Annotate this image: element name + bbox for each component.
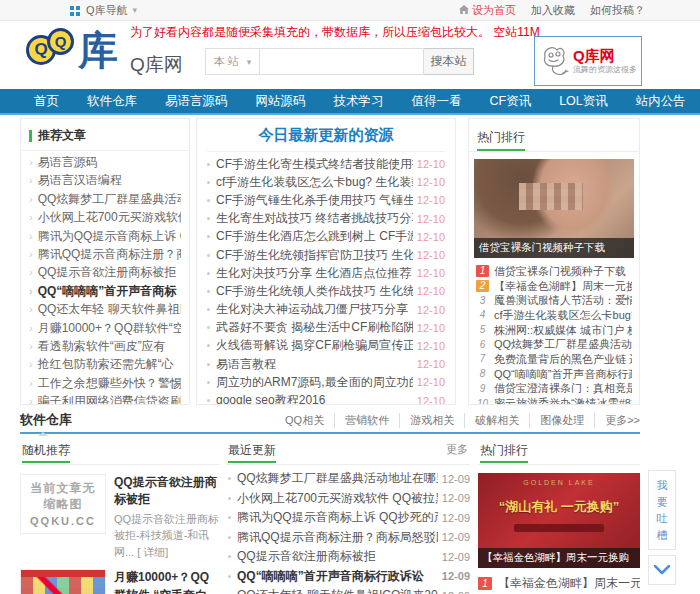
resource-link[interactable]: 生化寄生对战技巧 终结者挑战技巧分享 12-10 bbox=[207, 210, 445, 228]
arrow-bullet-icon: › bbox=[29, 171, 33, 189]
software-tab[interactable]: QQ相关 bbox=[275, 413, 335, 428]
article-link[interactable]: › 腾讯为QQ提示音商标上诉 QQ bbox=[29, 227, 181, 245]
article-link[interactable]: › 骗子利用网络消费信贷盗刷 bbox=[29, 392, 181, 405]
resource-link[interactable]: CF手游生化统领人类作战技巧 生化统领通关 12-10 bbox=[207, 282, 445, 300]
promo-banner[interactable]: Q库网 流舞的资源这很多 bbox=[534, 36, 642, 86]
software-tab[interactable]: 更多>> bbox=[595, 413, 640, 428]
article-link[interactable]: QQ提示音欲注册商标被拒 12-09 bbox=[228, 547, 470, 567]
rank-item-link[interactable]: 9 借贷宝澄清裸条门：真相竟是这样 bbox=[476, 382, 632, 397]
article-link[interactable]: QQ“嘀嘀嘀”首开声音商标行政诉讼 12-09 bbox=[228, 567, 470, 587]
hot-rank-title: 热门排行 bbox=[477, 130, 525, 151]
article-link[interactable]: › 易语言源码 bbox=[29, 153, 181, 171]
article-link[interactable]: › 抢红包防勒索还需先解“心 bbox=[29, 355, 181, 373]
article-link[interactable]: 小伙网上花700元买游戏软件 QQ被拉黑后才意识到 12-09 bbox=[228, 489, 470, 509]
article-link[interactable]: › 月赚10000+？QQ群软件“空 bbox=[29, 319, 181, 337]
resource-link[interactable]: 生化对决技巧分享 生化酒店点位推荐 12-10 bbox=[207, 264, 445, 282]
nav-item[interactable]: 站内公告 bbox=[622, 89, 700, 113]
set-home-link[interactable]: 设为首页 bbox=[459, 3, 516, 18]
rank-item-link[interactable]: 8 QQ“嘀嘀嘀”首开声音商标行政诉 bbox=[476, 367, 632, 382]
dot-bullet-icon bbox=[207, 272, 210, 275]
card-description: QQ提示音欲注册商标被拒-科技频道-和讯网... [ 详细] bbox=[114, 511, 220, 561]
article-link[interactable]: › 工作之余想赚些外快？警惕 bbox=[29, 374, 181, 392]
date-label: 12-10 bbox=[417, 376, 445, 388]
resource-link[interactable]: CF手游生化寄生模式终结者技能使用技巧 生 12-10 bbox=[207, 155, 445, 173]
today-title[interactable]: 今日最新更新的资源 bbox=[207, 119, 445, 152]
search-scope-select[interactable]: 本 站 ▾ bbox=[205, 48, 259, 75]
article-link[interactable]: 腾讯QQ提示音商标注册？商标局怒驳回 12-09 bbox=[228, 528, 470, 548]
resource-link[interactable]: 周立功的ARM7源码,最全面的周立功的ARM7源 12-10 bbox=[207, 373, 445, 391]
article-link[interactable]: › QQ还太年轻 聊天软件鼻祖IC bbox=[29, 300, 181, 318]
site-nav-label: Q库导航 bbox=[86, 3, 128, 18]
rank-item-link[interactable]: 2 【幸福金色湖畔】周末一元换购活 bbox=[476, 279, 632, 294]
article-link[interactable]: QQ还太年轻 聊天软件鼻祖ICQ迎来20岁生日 12-09 bbox=[228, 586, 470, 594]
article-card[interactable]: 当前文章无缩略图 QQKU.CC QQ提示音欲注册商标被拒 QQ提示音欲注册商标… bbox=[20, 474, 220, 560]
article-link[interactable]: QQ炫舞梦工厂群星盛典活动地址在哪里 QQ炫舞梦工 12-09 bbox=[228, 469, 470, 489]
software-tab[interactable]: 营销软件 bbox=[335, 413, 400, 428]
date-label: 12-10 bbox=[417, 267, 445, 279]
date-label: 12-09 bbox=[442, 570, 470, 582]
article-link[interactable]: › 看透勒索软件“画皮”应有 bbox=[29, 337, 181, 355]
nav-item[interactable]: 值得一看 bbox=[398, 89, 476, 113]
article-link[interactable]: › 小伙网上花700元买游戏软件 bbox=[29, 208, 181, 226]
topbar-links: 设为首页 加入收藏 如何投稿？ bbox=[459, 3, 645, 18]
article-link[interactable]: › QQ提示音欲注册商标被拒 bbox=[29, 263, 181, 281]
resource-link[interactable]: cf手游生化装载区怎么卡bug? 生化装载区卡b 12-10 bbox=[207, 173, 445, 191]
hot-rank-header: 热门排行 bbox=[469, 119, 639, 152]
recommend-title: 推荐文章 bbox=[38, 127, 86, 144]
nav-item[interactable]: 软件仓库 bbox=[73, 89, 151, 113]
resource-link[interactable]: CF手游气锤生化杀手使用技巧 气锤生化杀手 12-10 bbox=[207, 191, 445, 209]
site-nav-menu[interactable]: Q库导航 ▾ bbox=[70, 3, 137, 18]
software-tab[interactable]: 破解相关 bbox=[465, 413, 530, 428]
how-to-submit-link[interactable]: 如何投稿？ bbox=[590, 3, 645, 18]
more-link[interactable]: 更多 bbox=[446, 442, 468, 457]
rank-item-link[interactable]: 10 密云旅游委举办“激情冰雪#8226; bbox=[476, 396, 632, 405]
recent-update-column: 最近更新 更多 QQ炫舞梦工厂群星盛典活动地址在哪里 QQ炫舞梦工 12-09 bbox=[226, 440, 470, 594]
article-link[interactable]: › 易语言汉语编程 bbox=[29, 171, 181, 189]
article-link[interactable]: › QQ“嘀嘀嘀”首开声音商标 bbox=[29, 282, 181, 300]
logo-char: 库 bbox=[78, 30, 118, 70]
rank-item-link[interactable]: 1 【幸福金色湖畔】周末一元 bbox=[478, 574, 640, 592]
chevron-down-icon bbox=[654, 565, 670, 575]
nav-item[interactable]: LOL资讯 bbox=[545, 89, 622, 113]
rank-item-link[interactable]: 5 株洲网::权威媒体 城市门户 株洲 bbox=[476, 323, 632, 338]
feedback-button[interactable]: 我要吐槽 bbox=[648, 470, 676, 550]
recent-update-header: 最近更新 更多 bbox=[226, 440, 470, 465]
nav-item[interactable]: 易语言源码 bbox=[151, 89, 242, 113]
recommend-panel: 推荐文章 › 易语言源码 › 易语言汉语编程 › bbox=[20, 118, 190, 405]
article-link[interactable]: › 腾讯QQ提示音商标注册？商 bbox=[29, 245, 181, 263]
nav-item[interactable]: 技术学习 bbox=[320, 89, 398, 113]
placeholder-thumbnail: 当前文章无缩略图 QQKU.CC bbox=[20, 474, 106, 534]
rank-item-link[interactable]: 1 借贷宝裸条门视频种子下载 bbox=[476, 264, 632, 279]
site-logo[interactable]: Q Q 库 bbox=[26, 30, 118, 70]
software-tab[interactable]: 游戏相关 bbox=[400, 413, 465, 428]
resource-link[interactable]: 易语言教程 12-10 bbox=[207, 355, 445, 373]
site-notice: 为了好看内容都是随便采集填充的，带数据库，所以压缩包比较大。 空站11M bbox=[130, 24, 540, 41]
nav-item[interactable]: CF资讯 bbox=[476, 89, 546, 113]
article-card[interactable]: 月赚10000+？QQ群软件 “空手套白 文/历史博客 今天给大家分享的这篇文章… bbox=[20, 569, 220, 594]
article-link[interactable]: › QQ炫舞梦工厂群星盛典活动 bbox=[29, 190, 181, 208]
add-favorite-link[interactable]: 加入收藏 bbox=[531, 3, 575, 18]
dot-bullet-icon bbox=[207, 181, 210, 184]
search-input[interactable] bbox=[259, 48, 424, 75]
hot-thumbnail[interactable]: 借贷宝裸条门视频种子下载 bbox=[474, 159, 634, 258]
nav-item[interactable]: 首页 bbox=[20, 89, 73, 113]
resource-link[interactable]: 武器好不要贪 揭秘生活中CF刷枪陷阱背后故 12-10 bbox=[207, 319, 445, 337]
resource-link[interactable]: CF手游生化统领指挥官防卫技巧 生化统领攻 12-10 bbox=[207, 246, 445, 264]
software-tab[interactable]: 图像处理 bbox=[530, 413, 595, 428]
ad-banner[interactable]: GOLDEN LAKE “湖山有礼 一元换购” 【幸福金色湖畔】周末一元换购 bbox=[478, 473, 640, 568]
resource-link[interactable]: google seo教程2016 12-10 bbox=[207, 391, 445, 405]
nav-item[interactable]: 网站源码 bbox=[242, 89, 320, 113]
software-section-title[interactable]: 软件仓库 bbox=[20, 411, 72, 429]
resource-link[interactable]: 火线德哥解说 揭穿CF刷枪骗局宣传正能量 12-10 bbox=[207, 337, 445, 355]
resource-link[interactable]: CF手游生化酒店怎么跳到树上 CF手游生化酒 12-10 bbox=[207, 228, 445, 246]
rank-item-link[interactable]: 7 免费流量背后的黑色产业链 运营 bbox=[476, 352, 632, 367]
date-label: 12-10 bbox=[417, 322, 445, 334]
date-label: 12-10 bbox=[417, 304, 445, 316]
search-button[interactable]: 搜本站 bbox=[424, 48, 474, 75]
article-link[interactable]: 腾讯为QQ提示音商标上诉 QQ抄死的产品却再没机会 12-09 bbox=[228, 508, 470, 528]
rank-item-link[interactable]: 3 魔兽测试服情人节活动：爱情火箭 bbox=[476, 293, 632, 308]
rank-item-link[interactable]: 6 QQ炫舞梦工厂群星盛典活动地址在 bbox=[476, 337, 632, 352]
rank-item-link[interactable]: 4 cf手游生化装载区怎么卡bug? 生 bbox=[476, 308, 632, 323]
resource-link[interactable]: 生化对决大神运动战刀僵尸技巧分享 12-10 bbox=[207, 301, 445, 319]
scroll-down-button[interactable] bbox=[648, 555, 676, 585]
